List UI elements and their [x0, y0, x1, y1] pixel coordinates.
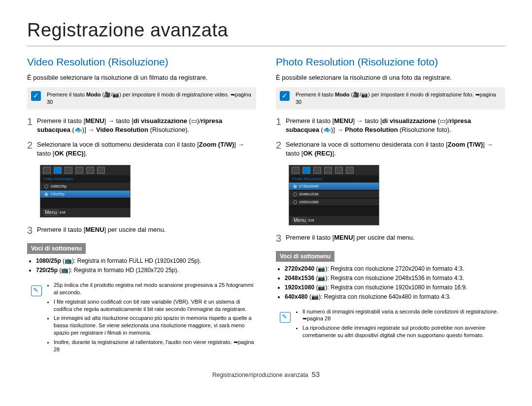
photo-step-2: 2 Selezionare la voce di sottomenu desid…	[276, 140, 505, 158]
toolbar-icon	[75, 167, 83, 174]
video-info-block: 25p indica che il prodotto registra nel …	[27, 281, 256, 353]
photo-menu-screenshot: Photo Resolution 2720x2040 2048x1536 192…	[289, 165, 379, 225]
info-item: Le immagini ad alta risoluzione occupano…	[54, 314, 256, 337]
video-step-1: 1 Premere il tasto [MENU] → tasto [di vi…	[27, 117, 256, 134]
toolbar-icon	[324, 167, 332, 174]
photo-steps: 1 Premere il tasto [MENU] → tasto [di vi…	[276, 117, 505, 158]
submenu-item: 1920x1080 (📷): Registra con risoluzione …	[285, 283, 505, 292]
video-step-2: 2 Selezionare la voce di sottomenu desid…	[27, 140, 256, 158]
step-text: Premere il tasto [MENU] per uscire dal m…	[37, 225, 256, 235]
screenshot-footer: Menu Exit	[40, 208, 130, 217]
video-lead-text: È possibile selezionare la risoluzione d…	[27, 74, 256, 81]
screenshot-item-selected: 720/25p	[40, 190, 130, 198]
step-text: Selezionare la voce di sottomenu desider…	[37, 140, 256, 158]
photo-info-block: Il numero di immagini registrabili varia…	[276, 308, 505, 339]
info-item: 25p indica che il prodotto registra nel …	[54, 281, 256, 296]
two-column-layout: Video Resolution (Risoluzione) È possibi…	[27, 56, 505, 355]
screenshot-items: 2720x2040 2048x1536 1920x1080	[289, 183, 379, 216]
toolbar-icon-active	[302, 167, 310, 174]
submenu-item: 1080/25p (📺): Registra in formato FULL H…	[36, 257, 256, 265]
title-divider	[27, 46, 505, 46]
screenshot-toolbar	[289, 165, 379, 175]
video-resolution-heading: Video Resolution (Risoluzione)	[27, 56, 256, 68]
submenu-item: 720/25p (📺): Registra in formato HD (128…	[36, 266, 256, 275]
step-text: Premere il tasto [MENU] → tasto [di visu…	[37, 117, 256, 134]
screenshot-item: 2048x1536	[289, 190, 379, 198]
step-number: 1	[276, 117, 286, 134]
toolbar-icon	[346, 167, 354, 174]
toolbar-icon	[292, 167, 299, 174]
video-step-3: 3 Premere il tasto [MENU] per uscire dal…	[27, 225, 256, 235]
toolbar-icon	[97, 167, 105, 174]
photo-step-1: 1 Premere il tasto [MENU] → tasto [di vi…	[276, 117, 505, 134]
step-number: 2	[27, 140, 37, 158]
check-icon	[31, 91, 41, 101]
step-text: Premere il tasto [MENU] per uscire dal m…	[286, 233, 505, 243]
note-bold: Modo	[335, 92, 349, 97]
note-text-before: Premere il tasto	[47, 92, 86, 97]
photo-lead-text: È possibile selezionare la risoluzione d…	[276, 74, 505, 81]
screenshot-menu-title: Photo Resolution	[289, 175, 379, 183]
submenu-item: 2720x2040 (📷): Registra con risoluzione …	[285, 265, 505, 273]
toolbar-icon	[65, 167, 72, 174]
video-menu-screenshot: Video Resolution 1080/25p 720/25p Menu E…	[40, 165, 131, 218]
toolbar-icon	[335, 167, 343, 174]
step-text: Selezionare la voce di sottomenu desider…	[286, 140, 505, 158]
info-icon	[31, 285, 42, 296]
step-number: 3	[276, 233, 286, 243]
screenshot-footer: Menu Exit	[289, 216, 379, 225]
submenu-heading: Voci di sottomenu	[27, 243, 86, 254]
submenu-heading: Voci di sottomenu	[276, 251, 334, 262]
right-column: Photo Resolution (Risoluzione foto) È po…	[276, 56, 505, 355]
info-item: Inoltre, durante la registrazione al ral…	[54, 339, 256, 353]
screenshot-item-selected: 2720x2040	[289, 183, 379, 190]
photo-step-3: 3 Premere il tasto [MENU] per uscire dal…	[276, 233, 505, 243]
video-steps: 1 Premere il tasto [MENU] → tasto [di vi…	[27, 117, 256, 158]
footer-text: Registrazione/riproduzione avanzata	[212, 372, 308, 378]
info-item: Il numero di immagini registrabili varia…	[302, 308, 505, 323]
page-number: 53	[311, 370, 320, 378]
video-mode-note: Premere il tasto Modo (🎥/📷) per impostar…	[27, 87, 256, 110]
step-number: 1	[27, 117, 37, 134]
submenu-item: 2048x1536 (📷): Registra con risoluzione …	[285, 274, 505, 282]
photo-mode-note: Premere il tasto Modo (🎥/📷) per impostar…	[276, 87, 505, 110]
photo-submenu-list: 2720x2040 (📷): Registra con risoluzione …	[276, 265, 505, 301]
toolbar-icon	[86, 167, 94, 174]
info-icon	[280, 312, 291, 323]
info-item: I file registrati sono codificati con bi…	[54, 298, 256, 313]
page-title: Registrazione avanzata	[27, 20, 505, 41]
screenshot-item: 1920x1080	[289, 198, 379, 206]
note-text-before: Premere il tasto	[296, 92, 335, 97]
check-icon	[280, 91, 290, 101]
step-number: 2	[276, 140, 286, 158]
video-submenu-list: 1080/25p (📺): Registra in formato FULL H…	[27, 257, 256, 275]
screenshot-item: 1080/25p	[40, 183, 130, 190]
note-bold: Modo	[86, 92, 100, 97]
step-text: Premere il tasto [MENU] → tasto [di visu…	[286, 117, 505, 134]
toolbar-icon	[313, 167, 321, 174]
toolbar-icon	[43, 167, 51, 174]
photo-resolution-heading: Photo Resolution (Risoluzione foto)	[276, 56, 505, 68]
left-column: Video Resolution (Risoluzione) È possibi…	[27, 56, 256, 355]
page-footer: Registrazione/riproduzione avanzata 53	[27, 370, 505, 378]
submenu-item: 640x480 (📷): Registra con risoluzione 64…	[285, 293, 505, 301]
step-number: 3	[27, 225, 37, 235]
toolbar-icon-active	[54, 167, 62, 174]
info-item: La riproduzione delle immagini registrat…	[302, 324, 505, 339]
screenshot-items: 1080/25p 720/25p	[40, 183, 130, 208]
screenshot-toolbar	[40, 165, 130, 175]
screenshot-menu-title: Video Resolution	[40, 175, 130, 183]
